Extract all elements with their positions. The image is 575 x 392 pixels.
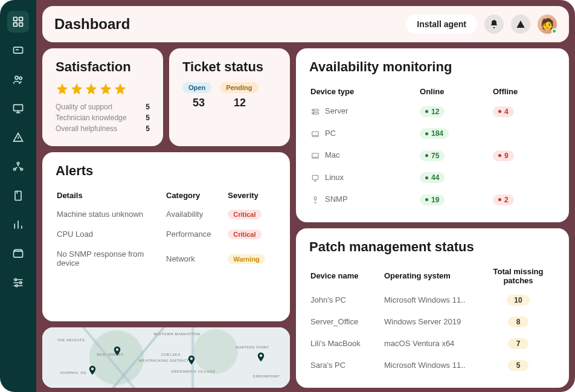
warning-icon [516,19,525,29]
col-online: Online [420,83,492,100]
alerts-title: Alerts [56,163,277,179]
table-row[interactable]: Server124 [310,101,554,122]
pc-icon [310,130,320,138]
svg-point-5 [15,76,18,79]
sidebar-item-dashboard[interactable] [7,11,29,33]
alerts-card: Alerts Details Category Severity Machine… [42,152,290,321]
online-pill: 19 [420,194,445,205]
snmp-icon [310,196,320,204]
main: Dashboard Install agent 🧑 Satisfaction [36,0,575,392]
sidebar-item-integrations[interactable] [7,156,29,178]
sidebar-item-settings[interactable] [7,272,29,294]
svg-point-15 [16,284,18,286]
svg-rect-12 [14,251,23,257]
availability-card: Availability monitoring Device type Onli… [296,48,569,222]
col-total: Total missing patches [482,263,554,289]
table-row[interactable]: Machine status unknownAvailabilityCritic… [57,205,275,223]
patch-count-badge: 8 [508,316,528,327]
svg-rect-20 [312,131,319,135]
bell-icon [489,19,499,29]
patch-count-badge: 10 [507,295,529,306]
online-pill: 12 [420,106,445,117]
star-rating [56,82,150,95]
table-row[interactable]: SNMP192 [310,189,554,210]
star-icon [70,82,83,95]
col-os: Operating system [384,263,481,289]
offline-pill: 9 [493,150,514,161]
svg-point-18 [313,110,314,111]
map-pin-icon[interactable] [87,365,98,376]
sidebar-item-reports[interactable] [7,214,29,236]
warnings-button[interactable] [511,14,530,34]
severity-badge: Critical [228,230,261,239]
svg-point-19 [313,113,314,114]
col-device-type: Device type [310,83,419,100]
page-title: Dashboard [54,16,130,33]
table-row[interactable]: Server_OfficeWindows Server 20198 [310,312,554,332]
install-agent-button[interactable]: Install agent [406,14,477,34]
table-row[interactable]: John's PCMicrosoft Windows 11..10 [310,290,554,310]
table-row[interactable]: No SNMP response from deviceNetworkWarni… [57,245,275,272]
sidebar-item-messages[interactable] [7,40,29,62]
map-pin-icon[interactable] [112,345,123,356]
svg-rect-11 [15,191,21,201]
svg-rect-7 [14,104,23,111]
svg-point-8 [17,162,19,164]
severity-badge: Critical [228,210,261,219]
online-pill: 75 [420,150,445,161]
online-pill: 44 [420,172,445,183]
star-icon [99,82,112,95]
table-row[interactable]: CPU LoadPerformanceCritical [57,225,275,243]
svg-rect-21 [312,153,319,157]
table-row[interactable]: Lili's MacBookmacOS Ventura x647 [310,333,554,354]
table-row[interactable]: Mac759 [310,145,554,166]
notifications-button[interactable] [484,14,504,34]
metric-row: Overall helpfulness5 [56,124,150,133]
sidebar-item-devices[interactable] [7,98,29,120]
svg-rect-0 [14,18,18,21]
table-row[interactable]: Sara's PCMicrosoft Windows 11..5 [310,355,554,376]
svg-point-13 [14,278,16,280]
sidebar-item-docs[interactable] [7,185,29,207]
svg-rect-1 [19,18,23,21]
severity-badge: Warning [228,254,265,264]
map-pin-icon[interactable] [186,355,197,365]
col-details: Details [57,187,165,204]
offline-pill: 4 [493,106,514,117]
sidebar-item-alerts[interactable] [7,127,29,149]
online-pill: 184 [420,128,449,139]
svg-point-14 [20,281,22,283]
offline-pill: 2 [493,194,514,205]
table-row[interactable]: Linux44 [310,167,554,188]
sidebar-item-billing[interactable] [7,243,29,265]
col-severity: Severity [228,187,275,204]
patch-title: Patch management status [309,239,556,255]
metric-row: Technician knowledge5 [56,114,150,122]
availability-title: Availability monitoring [309,59,556,75]
server-icon [310,108,320,116]
user-avatar[interactable]: 🧑 [538,14,557,34]
col-offline: Offline [493,83,554,100]
patch-card: Patch management status Device name Oper… [296,228,569,388]
svg-rect-2 [14,23,18,27]
svg-point-6 [19,77,22,79]
pending-count: 12 [223,97,256,109]
satisfaction-title: Satisfaction [56,59,150,75]
patch-count-badge: 7 [508,338,528,349]
open-pill: Open [182,82,211,93]
patch-count-badge: 5 [508,360,528,371]
header: Dashboard Install agent 🧑 [42,6,569,42]
linux-icon [310,174,320,182]
col-category: Category [166,187,226,204]
metric-row: Quality of support5 [56,103,150,111]
star-icon [56,82,69,95]
sidebar [0,0,36,392]
svg-rect-23 [314,197,316,200]
table-row[interactable]: PC184 [310,123,554,144]
map-card[interactable]: THE HEIGHTS NEW JERSEY CHELSEA MEATPACKI… [42,327,290,388]
map-pin-icon[interactable] [255,352,266,362]
satisfaction-card: Satisfaction Quality of support5 Technic… [42,48,163,146]
svg-rect-22 [312,175,318,179]
sidebar-item-users[interactable] [7,69,29,91]
star-icon [85,82,98,95]
